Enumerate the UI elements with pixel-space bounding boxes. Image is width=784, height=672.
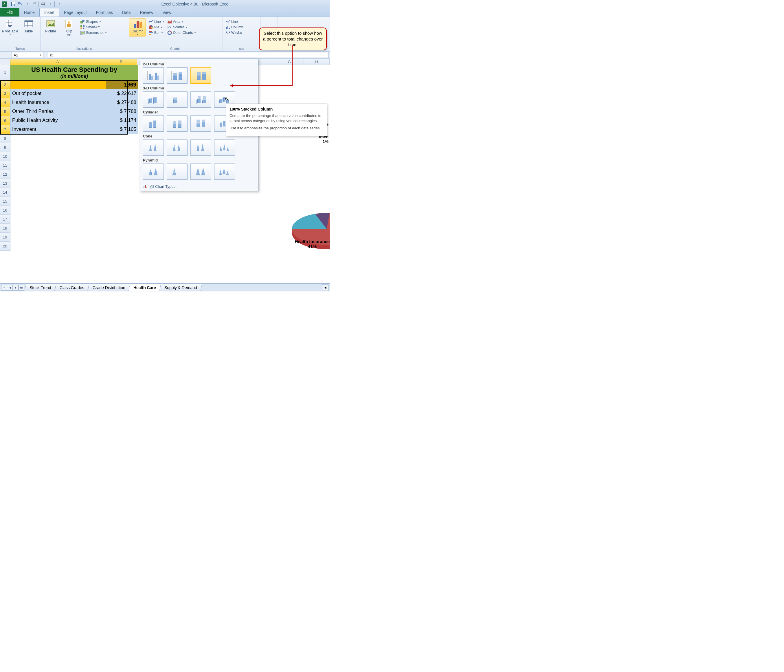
empty-cell[interactable] xyxy=(11,134,106,143)
rowhead-3[interactable]: 3 xyxy=(0,89,11,98)
print-icon[interactable] xyxy=(40,1,46,7)
rowhead-5[interactable]: 5 xyxy=(0,107,11,116)
sheet-tab-health-care[interactable]: Health Care xyxy=(129,284,161,291)
data-val-2[interactable]: $ 7,788 xyxy=(106,107,138,116)
chart-cone-100stacked[interactable] xyxy=(190,140,211,156)
rowhead-13[interactable]: 13 xyxy=(0,179,11,188)
data-label-2[interactable]: Other Third Parties xyxy=(11,107,106,116)
data-val-4[interactable]: $ 7,105 xyxy=(106,125,138,134)
rowhead-2[interactable]: 2 xyxy=(0,80,11,89)
chart-cone-stacked[interactable] xyxy=(167,140,188,156)
rowhead-19[interactable]: 19 xyxy=(0,233,11,242)
colhead-a[interactable]: A xyxy=(11,59,105,65)
smartart-button[interactable]: SmartArt xyxy=(79,25,107,30)
chart-3d-clustered[interactable] xyxy=(143,92,164,108)
rowhead-10[interactable]: 10 xyxy=(0,152,11,161)
data-val-0[interactable]: $ 22,617 xyxy=(106,89,138,98)
header-year-cell[interactable]: 1969 xyxy=(106,80,138,89)
qat-customize-icon[interactable] xyxy=(56,1,62,7)
rowhead-11[interactable]: 11 xyxy=(0,161,11,170)
chart-3d-100-stacked[interactable] xyxy=(190,92,211,108)
sparkline-column-button[interactable]: Column xyxy=(225,25,244,30)
chart-pyr-100stacked[interactable] xyxy=(190,163,211,180)
sheet-tab-supply-demand[interactable]: Supply & Demand xyxy=(159,284,202,291)
formula-input[interactable]: fx xyxy=(48,52,328,58)
sparkline-winloss-button[interactable]: Win/Lo xyxy=(225,30,244,35)
rowhead-20[interactable]: 20 xyxy=(0,242,11,250)
colhead-b[interactable]: B xyxy=(105,59,137,65)
tab-insert[interactable]: Insert xyxy=(39,8,59,17)
save-icon[interactable] xyxy=(10,1,17,7)
scatter-chart-button[interactable]: Scatter xyxy=(166,25,197,30)
sheet-tab-grade-distribution[interactable]: Grade Distribution xyxy=(87,284,130,291)
screenshot-button[interactable]: ⊕Screenshot xyxy=(79,30,107,35)
other-charts-button[interactable]: Other Charts xyxy=(166,30,197,35)
picture-button[interactable]: Picture xyxy=(42,19,59,34)
chart-cyl-clustered[interactable] xyxy=(143,115,164,132)
title-cell[interactable]: US Health Care Spending by (in millions) xyxy=(11,65,138,80)
chart-cone-3d[interactable] xyxy=(214,140,235,156)
rowhead-17[interactable]: 17 xyxy=(0,215,11,224)
data-label-4[interactable]: Investment xyxy=(11,125,106,134)
line-chart-button[interactable]: Line xyxy=(148,19,165,24)
chart-cyl-stacked[interactable] xyxy=(167,115,188,132)
undo-icon[interactable] xyxy=(17,1,23,7)
file-tab[interactable]: File xyxy=(0,8,19,17)
chart-2d-100-stacked[interactable] xyxy=(190,67,211,84)
excel-icon[interactable]: X xyxy=(1,1,8,7)
chart-pyr-stacked[interactable] xyxy=(167,163,188,180)
chart-cone-clustered[interactable] xyxy=(143,140,164,156)
pivottable-button[interactable]: PivotTable ▾ xyxy=(2,19,19,36)
sheet-tab-stock-trend[interactable]: Stock Trend xyxy=(24,284,56,291)
tab-formulas[interactable]: Formulas xyxy=(92,8,118,17)
tab-review[interactable]: Review xyxy=(135,8,158,17)
tab-data[interactable]: Data xyxy=(118,8,135,17)
tab-home[interactable]: Home xyxy=(19,8,39,17)
redo-icon[interactable] xyxy=(31,1,37,7)
clipart-button[interactable]: Clip Art xyxy=(61,19,78,37)
rowhead-18[interactable]: 18 xyxy=(0,224,11,233)
column-chart-button[interactable]: Column ▾ xyxy=(129,19,146,36)
data-val-1[interactable]: $ 27,488 xyxy=(106,98,138,107)
bar-chart-button[interactable]: Bar xyxy=(148,30,165,35)
colhead-h[interactable]: H xyxy=(304,59,330,65)
data-label-1[interactable]: Health Insurance xyxy=(11,98,106,107)
tab-page-layout[interactable]: Page Layout xyxy=(59,8,92,17)
print-dropdown-icon[interactable] xyxy=(47,1,53,7)
name-box[interactable]: A2▾ xyxy=(12,52,44,58)
chart-3d-stacked[interactable] xyxy=(167,92,188,108)
rowhead-4[interactable]: 4 xyxy=(0,98,11,107)
data-val-3[interactable]: $ 1,174 xyxy=(106,116,138,125)
sparkline-line-button[interactable]: Line xyxy=(225,19,244,24)
sheet-nav-prev[interactable]: ◀ xyxy=(7,285,13,291)
table-button[interactable]: Table xyxy=(20,19,37,34)
area-chart-button[interactable]: Area xyxy=(166,19,197,24)
chart-pyr-clustered[interactable] xyxy=(143,163,164,180)
data-label-3[interactable]: Public Health Activity xyxy=(11,116,106,125)
sheet-nav-next[interactable]: ▶ xyxy=(13,285,19,291)
rowhead-7[interactable]: 7 xyxy=(0,125,11,134)
sheet-nav-last[interactable]: ⏭ xyxy=(19,285,24,291)
sheet-tab-class-grades[interactable]: Class Grades xyxy=(54,284,89,291)
rowhead-15[interactable]: 15 xyxy=(0,197,11,206)
tab-view[interactable]: View xyxy=(158,8,176,17)
rowhead-1[interactable]: 1 xyxy=(0,65,11,80)
hscroll-left[interactable]: ◀ xyxy=(322,285,328,291)
select-all-corner[interactable] xyxy=(0,59,11,65)
colhead-g[interactable]: G xyxy=(275,59,304,65)
rowhead-14[interactable]: 14 xyxy=(0,188,11,197)
rowhead-9[interactable]: 9 xyxy=(0,143,11,152)
rowhead-16[interactable]: 16 xyxy=(0,206,11,215)
empty-cell[interactable] xyxy=(106,134,138,143)
rowhead-8[interactable]: 8 xyxy=(0,134,11,143)
chart-2d-clustered[interactable] xyxy=(143,67,164,84)
pie-chart-button[interactable]: Pie xyxy=(148,25,165,30)
shapes-button[interactable]: Shapes xyxy=(79,19,107,24)
chart-2d-stacked[interactable] xyxy=(167,67,188,84)
undo-dropdown-icon[interactable] xyxy=(24,1,30,7)
header-blank-cell[interactable] xyxy=(11,80,106,89)
all-chart-types-button[interactable]: All Chart Types... xyxy=(143,182,255,189)
rowhead-6[interactable]: 6 xyxy=(0,116,11,125)
sheet-nav-first[interactable]: ⏮ xyxy=(1,285,7,291)
rowhead-12[interactable]: 12 xyxy=(0,170,11,179)
